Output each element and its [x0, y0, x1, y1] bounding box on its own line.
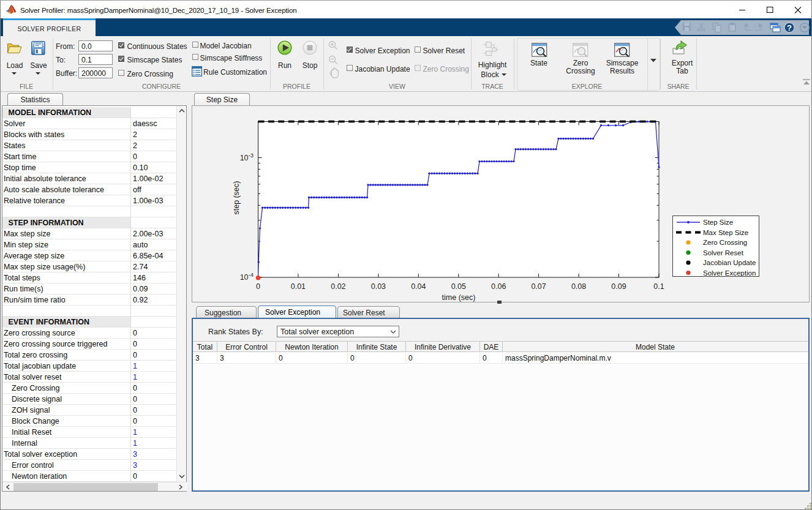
svg-text:step (sec): step (sec): [232, 181, 241, 215]
svg-text:0.08: 0.08: [571, 282, 586, 291]
svg-text:Solver Exception: Solver Exception: [703, 269, 756, 277]
svg-text:0.01: 0.01: [291, 282, 306, 291]
svg-text:Max Step Size: Max Step Size: [703, 229, 748, 236]
svg-text:Solver Reset: Solver Reset: [703, 249, 744, 257]
svg-text:0: 0: [256, 282, 260, 291]
svg-text:0.1: 0.1: [653, 282, 664, 291]
svg-text:0.07: 0.07: [531, 282, 546, 291]
svg-text:?: ?: [787, 23, 792, 32]
svg-text:0.02: 0.02: [331, 282, 345, 291]
svg-text:0.05: 0.05: [451, 282, 466, 291]
svg-text:0.04: 0.04: [411, 282, 426, 291]
svg-text:0.09: 0.09: [611, 282, 626, 291]
svg-text:Zero Crossing: Zero Crossing: [703, 239, 747, 246]
svg-text:time (sec): time (sec): [442, 293, 476, 302]
svg-text:0.06: 0.06: [491, 282, 506, 291]
svg-text:0.03: 0.03: [371, 282, 386, 291]
svg-text:Jacobian Update: Jacobian Update: [703, 259, 756, 266]
svg-text:10-4: 10-4: [240, 271, 254, 282]
svg-text:Step Size: Step Size: [703, 219, 733, 226]
svg-text:10-3: 10-3: [240, 152, 254, 162]
